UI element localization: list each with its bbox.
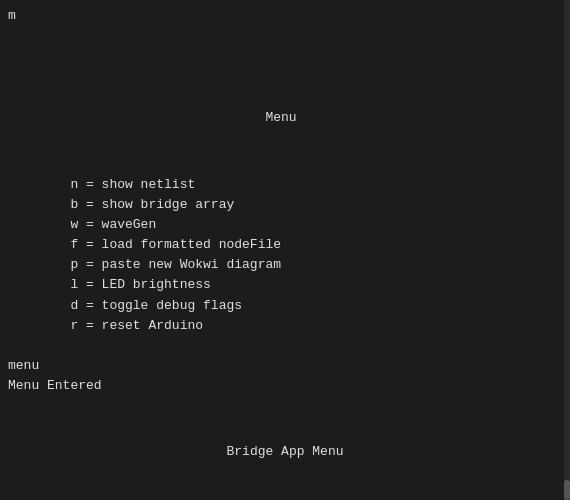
status-menu: menu xyxy=(0,356,570,376)
top-char: m xyxy=(8,8,16,23)
menu-item-f: f = load formatted nodeFile xyxy=(0,235,570,255)
menu-item-r: r = reset Arduino xyxy=(0,316,570,336)
menu-header: Menu xyxy=(0,68,570,169)
menu-item-d: d = toggle debug flags xyxy=(0,296,570,316)
bridge-menu-header: Bridge App Menu xyxy=(0,402,570,500)
status-menu-entered: Menu Entered xyxy=(0,376,570,396)
menu-item-p: p = paste new Wokwi diagram xyxy=(0,255,570,275)
scrollbar[interactable] xyxy=(564,0,570,500)
terminal: m Menu n = show netlist b = show bridge … xyxy=(0,0,570,500)
menu-item-w: w = waveGen xyxy=(0,215,570,235)
menu-item-l: l = LED brightness xyxy=(0,275,570,295)
menu-item-b: b = show bridge array xyxy=(0,195,570,215)
menu-item-n: n = show netlist xyxy=(0,175,570,195)
scrollbar-thumb[interactable] xyxy=(564,480,570,500)
